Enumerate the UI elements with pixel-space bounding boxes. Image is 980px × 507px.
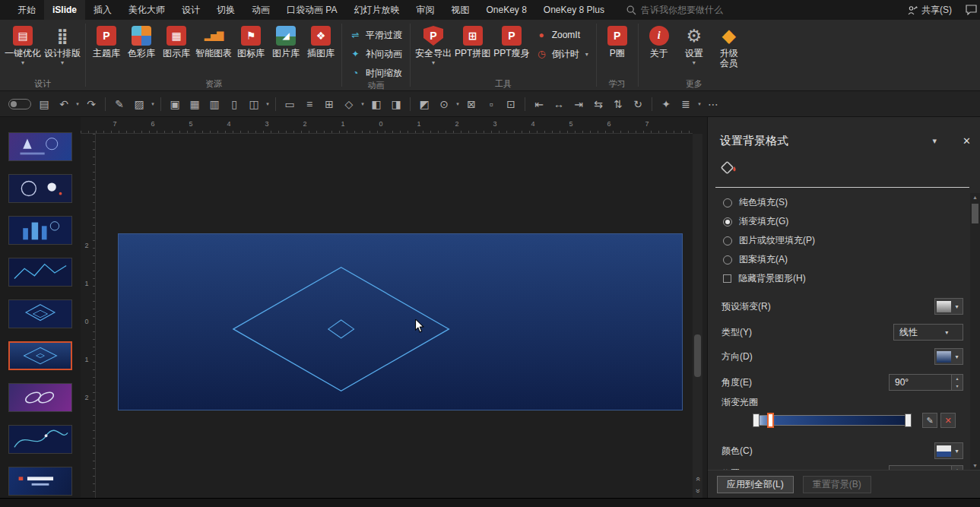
ppt-slim-button[interactable]: P PPT瘦身 — [492, 22, 531, 78]
chevron-down-icon[interactable]: ▾ — [265, 101, 271, 107]
previous-slide-button[interactable]: « — [694, 477, 702, 481]
align-right-button[interactable]: ⇥ — [569, 95, 588, 113]
spin-down-icon[interactable]: ▾ — [952, 382, 963, 390]
smooth-transition-button[interactable]: ⇌ 平滑过渡 — [350, 28, 402, 42]
spinner-arrows[interactable]: ▴ ▾ — [951, 375, 963, 390]
solid-fill-option[interactable]: 纯色填充(S) — [723, 193, 965, 212]
close-panel-icon[interactable]: ✕ — [963, 135, 971, 147]
redo-button[interactable]: ↷ — [82, 95, 100, 113]
gradient-direction-dropdown[interactable]: ▾ — [934, 348, 963, 365]
time-scale-button[interactable]: ◔ 时间缩放 — [350, 66, 402, 80]
shape-style-button[interactable]: ▨ — [130, 95, 148, 113]
chevron-down-icon[interactable]: ▾ — [360, 101, 366, 107]
lock-button[interactable]: ⊙ — [435, 95, 453, 113]
chevron-down-icon[interactable]: ▾ — [696, 101, 702, 107]
format-painter-button[interactable]: ▥ — [205, 95, 224, 113]
p-circle-button[interactable]: P P圈 — [600, 22, 635, 78]
gradient-stops-bar[interactable] — [753, 415, 910, 426]
safe-export-button[interactable]: P 安全导出 ▾ — [414, 22, 453, 78]
gradient-stop-2-selected[interactable] — [767, 413, 774, 428]
shape-fill-button[interactable]: ◩ — [415, 95, 433, 113]
one-key-optimize-button[interactable]: ▤ 一键优化 ▾ — [3, 22, 43, 78]
color-library-button[interactable]: 色彩库 — [124, 22, 159, 78]
add-gradient-stop-button[interactable]: ✎ — [922, 413, 937, 428]
rotate-button[interactable]: ↻ — [629, 95, 647, 113]
settings-button[interactable]: ⚙ 设置 ▾ — [677, 22, 712, 78]
grid-button[interactable]: ⊠ — [462, 95, 480, 113]
countdown-button[interactable]: ◷ 倒计时 ▾ — [536, 47, 588, 61]
share-button[interactable]: 共享(S) — [908, 4, 952, 17]
save-button[interactable]: ▤ — [35, 95, 53, 113]
undo-button[interactable]: ↶ — [55, 95, 73, 113]
apply-to-all-button[interactable]: 应用到全部(L) — [717, 476, 794, 493]
selection-pane-button[interactable]: ≣ — [677, 95, 695, 113]
zoom-fit-button[interactable]: ▫ — [482, 95, 500, 113]
upgrade-vip-button[interactable]: ◆ 升级会员 — [712, 22, 747, 78]
slide-thumbnail-7[interactable] — [8, 383, 72, 412]
slide-thumbnail-8[interactable] — [8, 425, 72, 454]
tab-slideshow[interactable]: 幻灯片放映 — [345, 0, 408, 20]
canvas-vertical-scrollbar[interactable] — [693, 134, 702, 463]
chevron-down-icon[interactable]: ▾ — [150, 101, 156, 107]
reset-background-button[interactable]: 重置背景(B) — [803, 476, 871, 493]
diamond-shape-group[interactable] — [119, 234, 682, 410]
tell-me-search-box[interactable]: 告诉我你想要做什么 — [626, 4, 723, 17]
gradient-stop-3[interactable] — [905, 414, 912, 427]
animation-pane-button[interactable]: ✦ — [657, 95, 675, 113]
crop-button[interactable]: ⊡ — [502, 95, 520, 113]
spin-up-icon[interactable]: ▴ — [952, 375, 963, 382]
icon-library-button[interactable]: ⚑ 图标库 — [233, 22, 268, 78]
slide-thumbnail-3[interactable] — [8, 216, 72, 245]
smart-chart-button[interactable]: ▂▅▇ 智能图表 — [194, 22, 233, 78]
comments-icon[interactable] — [966, 5, 977, 15]
shapes-button[interactable]: ◇ — [340, 95, 358, 113]
table-button[interactable]: ⊞ — [320, 95, 338, 113]
more-tools-button[interactable]: ⋯ — [704, 95, 722, 113]
slide-thumbnail-2[interactable] — [8, 174, 72, 203]
scrollbar-thumb[interactable] — [972, 204, 978, 223]
panel-menu-caret-icon[interactable]: ▾ — [933, 136, 937, 146]
copy-button[interactable]: ▣ — [166, 95, 184, 113]
chevron-down-icon[interactable]: ▾ — [75, 101, 81, 107]
tab-meihua-dashi[interactable]: 美化大师 — [120, 0, 173, 20]
text-box-button[interactable]: ▭ — [281, 95, 299, 113]
align-center-button[interactable]: ↔ — [550, 95, 568, 113]
diagram-library-button[interactable]: ▦ 图示库 — [159, 22, 194, 78]
distribute-horizontal-button[interactable]: ⇆ — [589, 95, 607, 113]
scroll-down-icon[interactable]: ▼ — [970, 463, 980, 468]
scrollbar-thumb[interactable] — [694, 334, 701, 377]
tab-animations[interactable]: 动画 — [243, 0, 278, 20]
slide-thumbnail-5[interactable] — [8, 299, 72, 328]
hide-background-graphics-option[interactable]: 隐藏背景图形(H) — [723, 269, 965, 288]
preset-gradient-dropdown[interactable]: ▾ — [934, 298, 963, 315]
design-layout-button[interactable]: ⣿ 设计排版 ▾ — [43, 22, 82, 78]
tab-design[interactable]: 设计 — [173, 0, 208, 20]
gradient-stop-1[interactable] — [753, 414, 760, 427]
picture-texture-fill-option[interactable]: 图片或纹理填充(P) — [723, 231, 965, 250]
pattern-fill-option[interactable]: 图案填充(A) — [723, 250, 965, 269]
slide-thumbnail-9[interactable] — [8, 467, 72, 496]
theme-library-button[interactable]: P 主题库 — [89, 22, 124, 78]
panel-scrollbar[interactable]: ▲ ▼ — [970, 193, 980, 470]
align-text-button[interactable]: ≡ — [300, 95, 319, 113]
slide-thumbnail-1[interactable] — [8, 132, 72, 161]
tab-pocket-animation[interactable]: 口袋动画 PA — [278, 0, 345, 20]
tab-review[interactable]: 审阅 — [408, 0, 442, 20]
quick-styles-button[interactable]: ◨ — [387, 95, 405, 113]
angle-spinner[interactable]: 90° ▴ ▾ — [889, 374, 963, 391]
tab-home[interactable]: 开始 — [9, 0, 44, 20]
tween-animation-button[interactable]: ✦ 补间动画 — [350, 47, 402, 61]
scroll-up-icon[interactable]: ▲ — [970, 195, 980, 200]
gradient-fill-option[interactable]: 渐变填充(G) — [723, 212, 965, 231]
about-button[interactable]: i 关于 — [642, 22, 677, 78]
next-slide-button[interactable]: « — [694, 489, 702, 493]
tab-islide[interactable]: iSlide — [44, 0, 85, 20]
slide-thumbnail-6-selected[interactable] — [8, 341, 72, 370]
ppt-mosaic-button[interactable]: ⊞ PPT拼图 — [453, 22, 492, 78]
chevron-down-icon[interactable]: ▾ — [455, 101, 461, 107]
new-slide-button[interactable]: ▯ — [225, 95, 243, 113]
paste-button[interactable]: ▦ — [186, 95, 204, 113]
tab-onekey8[interactable]: OneKey 8 — [477, 0, 534, 20]
slide-thumbnail-4[interactable] — [8, 258, 72, 287]
editing-canvas[interactable]: 7 6 5 4 3 2 1 0 1 2 3 4 5 6 7 2 1 0 1 2 — [81, 117, 702, 498]
